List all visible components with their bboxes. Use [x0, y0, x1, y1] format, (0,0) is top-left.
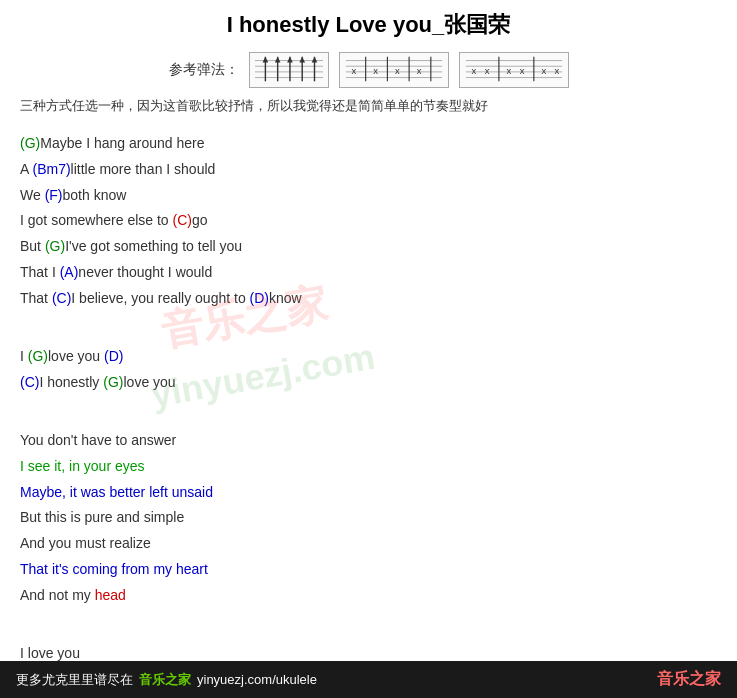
- svg-text:x: x: [506, 65, 511, 76]
- svg-marker-12: [299, 57, 305, 63]
- lyric-line-8: I (G)love you (D): [20, 344, 717, 370]
- bottom-logo: 音乐之家: [657, 669, 721, 690]
- tab-diagram-3: x x x x x x: [459, 52, 569, 88]
- lyric-line-14: And you must realize: [20, 531, 717, 557]
- lyric-line-15: That it's coming from my heart: [20, 557, 717, 583]
- spacer-2: [20, 404, 717, 420]
- lyric-line-12: Maybe, it was better left unsaid: [20, 480, 717, 506]
- svg-text:x: x: [484, 65, 489, 76]
- lyric-line-13: But this is pure and simple: [20, 505, 717, 531]
- svg-text:x: x: [519, 65, 524, 76]
- lyric-line-2: A (Bm7)little more than I should: [20, 157, 717, 183]
- bottom-brand: 音乐之家: [139, 671, 191, 689]
- tab-diagram-2: x x x x: [339, 52, 449, 88]
- svg-text:x: x: [416, 65, 421, 76]
- lyric-line-9: (C)I honestly (G)love you: [20, 370, 717, 396]
- bottom-bar: 更多尤克里里谱尽在 音乐之家 yinyuezj.com/ukulele 音乐之家: [0, 661, 737, 698]
- bottom-url: yinyuezj.com/ukulele: [197, 672, 317, 687]
- page-title: I honestly Love you_张国荣: [20, 10, 717, 40]
- lyric-line-7: That (C)I believe, you really ought to (…: [20, 286, 717, 312]
- svg-marker-11: [287, 57, 293, 63]
- tab-diagram-1: [249, 52, 329, 88]
- svg-text:x: x: [351, 65, 356, 76]
- svg-marker-10: [274, 57, 280, 63]
- lyric-line-4: I got somewhere else to (C)go: [20, 208, 717, 234]
- svg-text:x: x: [373, 65, 378, 76]
- lyric-line-11: I see it, in your eyes: [20, 454, 717, 480]
- bottom-prefix: 更多尤克里里谱尽在: [16, 671, 133, 689]
- svg-marker-9: [262, 57, 268, 63]
- svg-marker-13: [311, 57, 317, 63]
- lyric-line-1: (G)Maybe I hang around here: [20, 131, 717, 157]
- reference-label: 参考弹法：: [169, 61, 239, 79]
- lyric-line-6: That I (A)never thought I would: [20, 260, 717, 286]
- lyric-line-16: And not my head: [20, 583, 717, 609]
- lyrics-section: (G)Maybe I hang around here A (Bm7)littl…: [20, 131, 717, 693]
- spacer-1: [20, 320, 717, 336]
- reference-row: 参考弹法： x: [20, 52, 717, 88]
- svg-text:x: x: [471, 65, 476, 76]
- lyric-line-3: We (F)both know: [20, 183, 717, 209]
- intro-text: 三种方式任选一种，因为这首歌比较抒情，所以我觉得还是简简单单的节奏型就好: [20, 96, 717, 117]
- svg-text:x: x: [541, 65, 546, 76]
- svg-text:x: x: [554, 65, 559, 76]
- lyric-line-10: You don't have to answer: [20, 428, 717, 454]
- lyric-line-5: But (G)I've got something to tell you: [20, 234, 717, 260]
- spacer-3: [20, 617, 717, 633]
- svg-text:x: x: [394, 65, 399, 76]
